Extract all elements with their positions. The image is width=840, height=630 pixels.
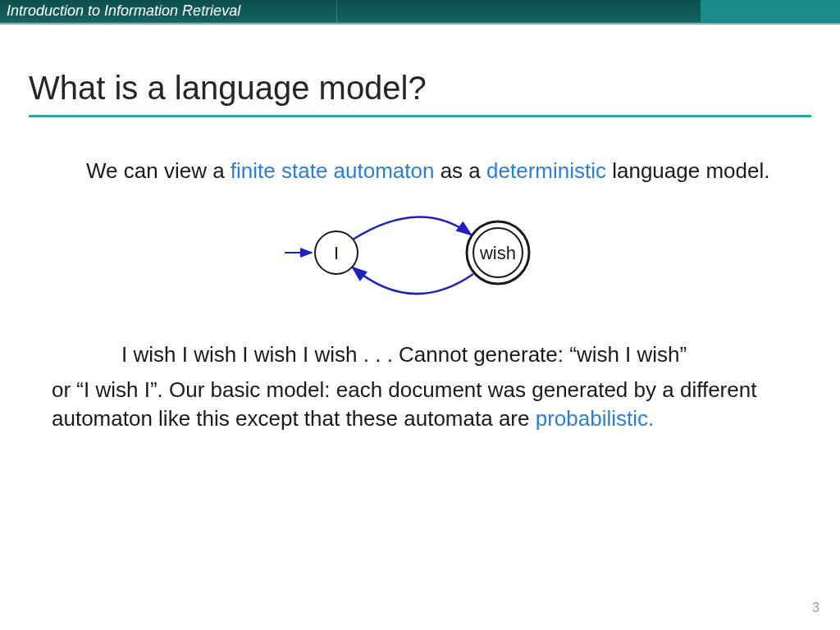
slide-title: What is a language model? [29, 70, 811, 117]
header-bar: Introduction to Information Retrieval [0, 0, 840, 23]
p1-highlight-2: deterministic [486, 158, 606, 183]
p1-text-a: We can view a [86, 158, 231, 183]
body-text: We can view a finite state automaton as … [29, 157, 811, 433]
paragraph-1: We can view a finite state automaton as … [52, 157, 788, 185]
p1-text-c: language model. [606, 158, 769, 183]
page-number: 3 [812, 600, 819, 615]
course-title: Introduction to Information Retrieval [7, 2, 240, 20]
p1-highlight-1: finite state automaton [231, 158, 435, 183]
paragraph-3: or “I wish I”. Our basic model: each doc… [52, 376, 788, 433]
slide-content: What is a language model? We can view a … [0, 25, 840, 433]
header-divider [336, 0, 337, 23]
state-2-label: wish [479, 243, 516, 263]
state-1-label: I [334, 243, 339, 263]
p1-text-b: as a [434, 158, 486, 183]
automaton-svg: I wish [248, 202, 592, 308]
p3-highlight: probabilistic. [536, 406, 655, 431]
automaton-diagram: I wish [52, 202, 788, 316]
header-accent [701, 0, 840, 23]
paragraph-2: I wish I wish I wish I wish . . . Cannot… [52, 340, 788, 369]
